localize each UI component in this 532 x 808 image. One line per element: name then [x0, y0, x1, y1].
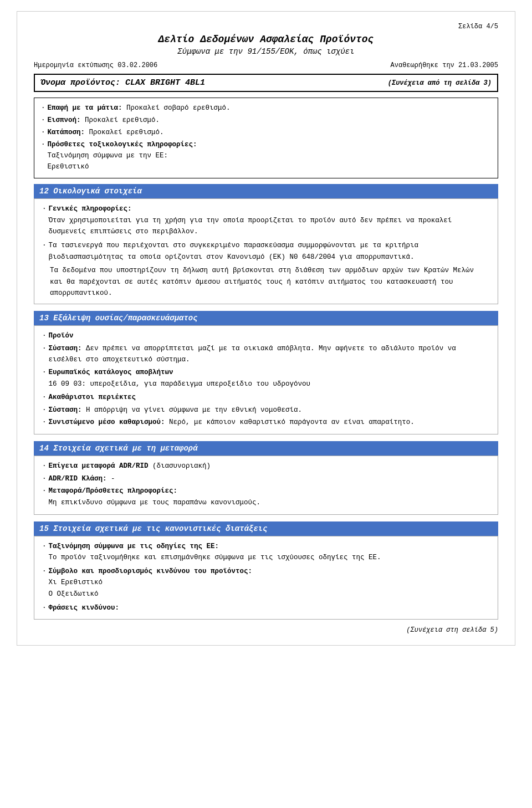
bullet-dot: ·	[42, 602, 47, 614]
cleaning-text: Νερό, με κάποιον καθαριστικό παράγοντα α…	[169, 418, 415, 426]
doc-meta: Ημερομηνία εκτύπωσης 03.02.2006 Αναθεωρή…	[34, 62, 498, 69]
additional-text: Μη επικίνδυνο σύμφωνα με τους παραπάνω κ…	[49, 499, 261, 507]
surfactants-text: Τα τασιενεργά που περιέχονται στο συγκεκ…	[49, 240, 490, 263]
cleaning-label: Συνιστώμενο μέσο καθαρισμού:	[49, 418, 165, 426]
section-13-wrapper: 13 Εξάλειψη ουσίας/παρασκευάσματος · Προ…	[34, 311, 498, 434]
section-15-header: 15 Στοιχεία σχετικά με τις κανονιστικές …	[34, 521, 498, 536]
cleaning-content: Συνιστώμενο μέσο καθαρισμού: Νερό, με κά…	[49, 417, 415, 428]
suggestion-text: Δεν πρέπει να απορρίπτεται μαζί με τα οι…	[49, 345, 456, 364]
section-13-body: · Προϊόν · Σύσταση: Δεν πρέπει να απορρί…	[34, 325, 498, 434]
containers-suggestion-text: Η απόρριψη να γίνει σύμφωνα με την εθνικ…	[86, 406, 302, 414]
general-info-item: · Γενικές πληροφορίες: Όταν χρησιμοποιεί…	[42, 203, 490, 238]
footer-continuation: (Συνέχεια στη σελίδα 5)	[406, 626, 498, 634]
ingestion-content: Κατάποση: Προκαλεί ερεθισμό.	[48, 127, 164, 138]
data-text: Τα δεδομένα που υποστηρίζουν τη δήλωση α…	[50, 267, 474, 297]
page-header: Σελίδα 4/5	[34, 23, 498, 30]
section-15-wrapper: 15 Στοιχεία σχετικά με τις κανονιστικές …	[34, 521, 498, 620]
section-14-wrapper: 14 Στοιχεία σχετικά με τη μεταφορά · Επί…	[34, 441, 498, 515]
bullet-dot: ·	[42, 240, 47, 263]
ewc-item: · Ευρωπαϊκός κατάλογος αποβλήτων 16 09 0…	[42, 367, 490, 390]
inhalation-text: Προκαλεί ερεθισμό.	[85, 116, 160, 124]
symbol-label: Σύμβολο και προσδιορισμός κινδύνου του π…	[49, 567, 253, 575]
containers-item: · Ακαθάριστοι περιέκτες	[42, 392, 490, 403]
suggestion-item: · Σύσταση: Δεν πρέπει να απορρίπτεται μα…	[42, 343, 490, 366]
tox-sub: Ερεθιστικό	[48, 163, 89, 171]
bullet-dot: ·	[42, 330, 47, 342]
ewc-content: Ευρωπαϊκός κατάλογος αποβλήτων 16 09 03:…	[49, 367, 311, 390]
section-12-body: · Γενικές πληροφορίες: Όταν χρησιμοποιεί…	[34, 198, 498, 304]
product-name-bar: Όνομα προϊόντος: CLAX BRIGHT 4BL1 (Συνέχ…	[34, 74, 498, 92]
class-content: ADR/RID Κλάση: -	[49, 473, 115, 485]
section-13-title: 13 Εξάλειψη ουσίας/παρασκευάσματος	[39, 314, 198, 323]
doc-title: Δελτίο Δεδομένων Ασφαλείας Προϊόντος	[34, 34, 498, 45]
eye-contact-text: Προκαλεί σοβαρό ερεθισμό.	[126, 104, 231, 112]
general-label: Γενικές πληροφορίες:	[49, 205, 132, 213]
road-label: Επίγεια μεταφορά ADR/RID	[49, 462, 149, 470]
bullet-dot: ·	[42, 203, 47, 238]
bullet-dot: ·	[41, 115, 45, 126]
bullet-dot: ·	[41, 127, 45, 138]
additional-item: · Μεταφορά/Πρόσθετες πληροφορίες: Μη επι…	[42, 485, 490, 508]
road-item: · Επίγεια μεταφορά ADR/RID (διασυνοριακή…	[42, 461, 490, 472]
eye-contact-content: Επαφή με τα μάτια: Προκαλεί σοβαρό ερεθι…	[48, 103, 231, 114]
symbol-xi: Χι Ερεθιστικό	[49, 579, 103, 586]
road-content: Επίγεια μεταφορά ADR/RID (διασυνοριακή)	[49, 461, 211, 472]
bullet-dot: ·	[42, 566, 47, 600]
page-container: Σελίδα 4/5 Δελτίο Δεδομένων Ασφαλείας Πρ…	[17, 11, 515, 646]
containers-suggestion-label: Σύσταση:	[49, 406, 82, 414]
bullet-dot: ·	[41, 139, 45, 172]
section-13-header: 13 Εξάλειψη ουσίας/παρασκευάσματος	[34, 311, 498, 325]
section-12-header: 12 Οικολογικά στοιχεία	[34, 184, 498, 198]
suggestion-content: Σύσταση: Δεν πρέπει να απορρίπτεται μαζί…	[49, 343, 490, 366]
bullet-dot: ·	[42, 417, 47, 428]
additional-content: Μεταφορά/Πρόσθετες πληροφορίες: Μη επικί…	[49, 485, 261, 508]
section-14-header: 14 Στοιχεία σχετικά με τη μεταφορά	[34, 441, 498, 456]
ingestion-text: Προκαλεί ερεθισμό.	[89, 129, 164, 136]
bullet-dot: ·	[41, 103, 45, 114]
phrases-item: · Φράσεις κινδύνου:	[42, 602, 490, 614]
bullet-dot: ·	[42, 541, 47, 564]
ewc-label: Ευρωπαϊκός κατάλογος αποβλήτων	[49, 369, 173, 376]
class-item: · ADR/RID Κλάση: -	[42, 473, 490, 485]
product-label: Προϊόν	[49, 330, 74, 342]
classification-label: Ταξινόμηση σύμφωνα με τις οδηγίες της ΕΕ…	[49, 543, 219, 550]
classification-text: Το προϊόν ταξινομήθηκε και επισημάνθηκε …	[49, 554, 381, 561]
tox-label: Πρόσθετες τοξικολογικές πληροφορίες:	[48, 141, 197, 149]
data-text-block: Τα δεδομένα που υποστηρίζουν τη δήλωση α…	[42, 265, 490, 299]
class-value: -	[111, 475, 115, 483]
review-date: Αναθεωρήθηκε την 21.03.2005	[391, 62, 498, 69]
ingestion-label: Κατάποση:	[48, 129, 85, 136]
product-label-item: · Προϊόν	[42, 330, 490, 342]
tox-item: · Πρόσθετες τοξικολογικές πληροφορίες: Τ…	[41, 139, 491, 172]
section-12-title: 12 Οικολογικά στοιχεία	[39, 187, 142, 196]
bullet-dot: ·	[42, 461, 47, 472]
phrases-label: Φράσεις κινδύνου:	[49, 602, 120, 614]
bullet-dot: ·	[42, 367, 47, 390]
containers-suggestion-item: · Σύσταση: Η απόρριψη να γίνει σύμφωνα μ…	[42, 405, 490, 416]
symbol-content: Σύμβολο και προσδιορισμός κινδύνου του π…	[49, 566, 253, 600]
surfactants-item: · Τα τασιενεργά που περιέχονται στο συγκ…	[42, 240, 490, 263]
tox-text: Ταξινόμηση σύμφωνα με την ΕΕ:	[48, 152, 168, 160]
bullet-dot: ·	[42, 343, 47, 366]
ingestion-item: · Κατάποση: Προκαλεί ερεθισμό.	[41, 127, 491, 138]
section-14-body: · Επίγεια μεταφορά ADR/RID (διασυνοριακή…	[34, 456, 498, 515]
inhalation-content: Εισπνοή: Προκαλεί ερεθισμό.	[48, 115, 160, 126]
print-date: Ημερομηνία εκτύπωσης 03.02.2006	[34, 62, 157, 69]
classification-item: · Ταξινόμηση σύμφωνα με τις οδηγίες της …	[42, 541, 490, 564]
bullet-dot: ·	[42, 485, 47, 508]
ewc-text: 16 09 03: υπεροξείδια, για παράδειγμα υπ…	[49, 380, 311, 388]
containers-label: Ακαθάριστοι περιέκτες	[49, 392, 136, 403]
general-text: Όταν χρησιμοποιείται για τη χρήση για τη…	[49, 217, 452, 236]
road-note: (διασυνοριακή)	[152, 462, 211, 470]
doc-subtitle: Σύμφωνα με την 91/155/ΕΟΚ, όπως ισχύει	[34, 47, 498, 56]
footer-note: (Συνέχεια στη σελίδα 5)	[34, 626, 498, 634]
eye-contact-label: Επαφή με τα μάτια:	[48, 104, 122, 112]
section-15-body: · Ταξινόμηση σύμφωνα με τις οδηγίες της …	[34, 536, 498, 620]
contact-info-block: · Επαφή με τα μάτια: Προκαλεί σοβαρό ερε…	[34, 98, 498, 178]
suggestion-label: Σύσταση:	[49, 345, 82, 352]
symbol-o: Ο Οξειδωτικό	[49, 590, 99, 598]
symbol-item: · Σύμβολο και προσδιορισμός κινδύνου του…	[42, 566, 490, 600]
continuation-from: (Συνέχεια από τη σελίδα 3)	[388, 79, 492, 87]
class-label: ADR/RID Κλάση:	[49, 475, 107, 483]
cleaning-item: · Συνιστώμενο μέσο καθαρισμού: Νερό, με …	[42, 417, 490, 428]
